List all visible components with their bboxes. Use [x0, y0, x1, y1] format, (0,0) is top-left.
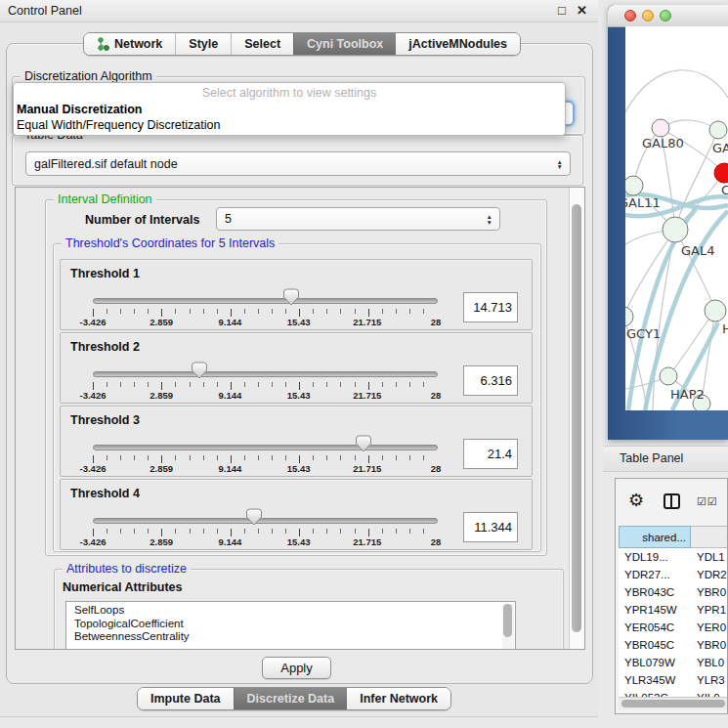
select-checkboxes-icon[interactable]: ☑☑ [697, 495, 718, 508]
table-toolbar: ⚙ ☑☑ [616, 479, 727, 526]
table-row[interactable]: YPR145WYPR1 [619, 601, 728, 619]
node-gal4[interactable] [663, 217, 688, 242]
node-label: GCY1 [626, 326, 661, 341]
gear-icon[interactable]: ⚙ [628, 490, 644, 511]
threshold-1-panel: Threshold 1 -3.426 2.859 9.144 15.43 21.… [60, 259, 533, 330]
settings-scroll-panel: Interval Definition Number of Intervals … [15, 187, 585, 650]
column-header-name[interactable]: n [691, 526, 728, 548]
combo-arrows-icon: ▲▼ [487, 214, 492, 225]
list-item[interactable]: TopologicalCoefficient [74, 618, 515, 631]
dropdown-option-equal-width[interactable]: Equal Width/Frequency Discretization [14, 117, 565, 133]
table-data-combobox[interactable]: galFiltered.sif default node ▲▼ [25, 151, 571, 176]
threshold-3-value[interactable]: 21.4 [463, 439, 518, 469]
interval-definition-group: Interval Definition Number of Intervals … [45, 199, 547, 556]
threshold-4-panel: Threshold 4 -3.426 2.859 9.144 15.43 21.… [60, 479, 533, 550]
algorithm-dropdown-popup: Select algorithm to view settings Manual… [13, 82, 566, 136]
content-scrollbar[interactable] [569, 188, 584, 649]
node-gal11[interactable] [625, 176, 643, 195]
node-gal80[interactable] [652, 119, 669, 137]
node-label: GA [712, 141, 728, 155]
table-row[interactable]: YBL079WYBL0 [619, 654, 728, 671]
tab-infer-network[interactable]: Infer Network [347, 688, 450, 709]
threshold-3-label: Threshold 3 [70, 413, 140, 427]
screen: { "control_panel": { "title": "Control P… [0, 0, 728, 728]
close-traffic-light-icon[interactable] [624, 10, 636, 21]
threshold-4-value[interactable]: 11.344 [463, 512, 518, 542]
table-header: shared... n [619, 526, 728, 548]
list-scrollbar[interactable] [502, 604, 514, 650]
panel-title: Control Panel [8, 4, 82, 18]
table-rows: YDL19...YDL1 YDR27...YDR2 YBR043CYBR0 YP… [619, 548, 728, 697]
threshold-2-value[interactable]: 6.316 [463, 365, 518, 396]
network-canvas[interactable]: GAL80 GA C GAL11 GAL4 GCY1 H HAP2 [625, 26, 728, 410]
scrollbar-thumb[interactable] [572, 204, 581, 632]
slider-tick-labels: -3.426 2.859 9.144 15.43 21.715 28 [93, 536, 436, 546]
dropdown-option-manual[interactable]: Manual Discretization [14, 102, 565, 117]
slider-ticks-major [93, 455, 437, 463]
list-item[interactable]: BetweennessCentrality [74, 630, 515, 644]
num-intervals-label: Number of Intervals [85, 213, 199, 227]
control-panel-titlebar: Control Panel □ ✕ [0, 0, 598, 22]
node-ga[interactable] [709, 121, 727, 139]
zoom-traffic-light-icon[interactable] [660, 10, 671, 21]
tab-style[interactable]: Style [175, 33, 231, 55]
table-data-group: Table Data galFiltered.sif default node … [12, 135, 583, 186]
slider-tick-labels: -3.426 2.859 9.144 15.43 21.715 28 [93, 463, 436, 473]
node-label: GAL80 [642, 136, 684, 150]
group-label-attributes: Attributes to discretize [63, 562, 191, 576]
tab-impute-data[interactable]: Impute Data [138, 688, 234, 709]
table-panel-title: Table Panel [620, 451, 683, 465]
tab-network[interactable]: Network [84, 33, 175, 55]
float-window-icon[interactable]: □ [558, 3, 566, 18]
table-row[interactable]: YDL19...YDL1 [619, 548, 728, 566]
numerical-attributes-list[interactable]: SelfLoops TopologicalCoefficient Between… [65, 601, 516, 650]
node-gcy1[interactable] [625, 307, 633, 326]
table-row[interactable]: YIL052CYIL0 [619, 689, 728, 697]
table-row[interactable]: YLR345WYLR3 [619, 671, 728, 689]
apply-button[interactable]: Apply [262, 657, 331, 679]
attributes-group: Attributes to discretize Numerical Attri… [54, 569, 564, 650]
table-horizontal-scrollbar[interactable] [619, 697, 728, 709]
list-item[interactable]: SelfLoops [74, 604, 515, 618]
network-graph: GAL80 GA C GAL11 GAL4 GCY1 H HAP2 [625, 26, 728, 410]
slider-thumb[interactable] [192, 362, 207, 379]
table-row[interactable]: YBR043CYBR0 [619, 583, 728, 601]
slider-ticks-major [93, 529, 437, 536]
table-panel-box: ⚙ ☑☑ shared... n YDL19...YDL1 YDR27...YD… [615, 478, 728, 714]
tab-jactivemnodules[interactable]: jActiveMNodules [396, 33, 520, 55]
table-row[interactable]: YBR045CYBR0 [619, 636, 728, 654]
node-hap2[interactable] [660, 367, 677, 385]
control-panel-tabbar: Network Style Select Cyni Toolbox jActiv… [83, 32, 521, 56]
column-header-shared-name[interactable]: shared... [619, 526, 691, 548]
group-label-interval-definition: Interval Definition [54, 193, 156, 206]
table-panel-titlebar: Table Panel [603, 446, 728, 472]
slider-thumb[interactable] [356, 435, 371, 452]
minimize-traffic-light-icon[interactable] [642, 10, 654, 21]
node-label: H [722, 321, 728, 336]
slider-thumb[interactable] [246, 508, 262, 526]
control-panel-window: Control Panel □ ✕ Network Style Select C… [0, 0, 598, 717]
group-label-thresholds: Threshold's Coordinates for 5 Intervals [62, 236, 278, 250]
close-icon[interactable]: ✕ [577, 3, 587, 18]
columns-icon[interactable] [664, 493, 680, 509]
num-intervals-combobox[interactable]: 5 ▲▼ [216, 207, 500, 231]
bottom-tabbar: Impute Data Discretize Data Infer Networ… [137, 687, 451, 710]
dropdown-hint: Select algorithm to view settings [14, 83, 565, 102]
table-row[interactable]: YER054CYER0 [619, 619, 728, 636]
slider-tick-labels: -3.426 2.859 9.144 15.43 21.715 28 [93, 390, 436, 400]
table-row[interactable]: YDR27...YDR2 [619, 566, 728, 583]
threshold-3-panel: Threshold 3 -3.426 2.859 9.144 15.43 21.… [60, 406, 533, 477]
tab-cyni-toolbox[interactable]: Cyni Toolbox [293, 33, 396, 55]
slider-tick-labels: -3.426 2.859 9.144 15.43 21.715 28 [93, 317, 436, 326]
group-label-discretization-algorithm: Discretization Algorithm [21, 69, 156, 83]
network-view-window: GAL80 GA C GAL11 GAL4 GCY1 H HAP2 [608, 5, 728, 440]
threshold-1-value[interactable]: 14.713 [463, 292, 518, 322]
threshold-1-label: Threshold 1 [70, 267, 140, 280]
node-h[interactable] [705, 300, 726, 321]
network-icon [97, 37, 109, 51]
tab-discretize-data[interactable]: Discretize Data [234, 688, 348, 709]
tab-select[interactable]: Select [231, 33, 293, 55]
slider-thumb[interactable] [283, 288, 299, 306]
node-label: C [721, 183, 728, 197]
scrollbar-thumb[interactable] [621, 700, 725, 707]
